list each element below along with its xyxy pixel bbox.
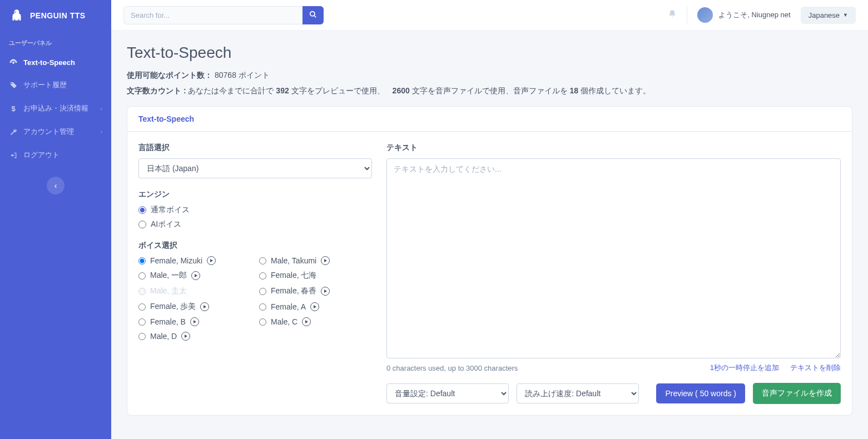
dollar-icon: $	[9, 104, 18, 113]
svg-point-0	[13, 62, 14, 63]
voice-label: ボイス選択	[138, 241, 372, 251]
char-count-line: 文字数カウント : あなたは今までに合計で 392 文字をプレビューで使用、 2…	[127, 86, 852, 96]
logo-text: PENGUIN TTS	[30, 11, 86, 20]
svg-line-2	[314, 15, 316, 17]
rate-select[interactable]: 読み上げ速度: Default	[517, 383, 639, 403]
voice-option-9[interactable]: Male, C	[259, 317, 372, 326]
voice-option-7[interactable]: Female, A	[259, 302, 372, 312]
card-body: 言語選択 日本語 (Japan) エンジン 通常ボイスAIボイス ボイス選択 F…	[127, 132, 852, 415]
sidebar-item-4[interactable]: ログアウト	[0, 143, 111, 167]
play-icon[interactable]	[190, 317, 199, 326]
main-area: ようこそ, Niugnep net Japanese ▼ Text-to-Spe…	[111, 0, 868, 439]
bell-icon[interactable]	[668, 9, 677, 21]
play-icon[interactable]	[321, 287, 330, 296]
welcome-text: ようこそ, Niugnep net	[718, 10, 790, 20]
play-icon[interactable]	[181, 332, 190, 341]
language-select[interactable]: 日本語 (Japan)	[138, 158, 372, 178]
textarea-info: 0 characters used, up to 3000 characters…	[386, 363, 841, 373]
tts-card: Text-to-Speech 言語選択 日本語 (Japan) エンジン 通常ボ…	[127, 106, 852, 416]
create-button[interactable]: 音声ファイルを作成	[753, 383, 841, 404]
text-input[interactable]	[386, 158, 841, 358]
sidebar-item-3[interactable]: アカウント管理›	[0, 120, 111, 143]
search-input[interactable]	[123, 6, 302, 24]
voice-option-0[interactable]: Female, Mizuki	[138, 256, 251, 265]
page-title: Text-to-Speech	[127, 44, 852, 62]
play-icon[interactable]	[200, 302, 209, 311]
chevron-right-icon: ›	[101, 129, 102, 135]
points-line: 使用可能なポイント数：80768 ポイント	[127, 71, 852, 81]
voice-option-3[interactable]: Female, 七海	[259, 271, 372, 281]
user-menu[interactable]: ようこそ, Niugnep net	[697, 7, 790, 23]
caret-down-icon: ▼	[843, 12, 848, 18]
voice-radio-1[interactable]	[259, 257, 266, 265]
voice-radio-8[interactable]	[138, 318, 146, 326]
topbar: ようこそ, Niugnep net Japanese ▼	[111, 0, 868, 31]
avatar	[697, 7, 713, 23]
voice-radio-6[interactable]	[138, 303, 146, 311]
engine-option-0[interactable]: 通常ボイス	[138, 205, 372, 215]
voice-option-8[interactable]: Female, B	[138, 317, 251, 326]
voice-radio-2[interactable]	[138, 272, 146, 280]
add-pause-link[interactable]: 1秒の一時停止を追加	[710, 363, 779, 373]
preview-button[interactable]: Preview ( 50 words )	[656, 383, 745, 403]
language-select-label: 言語選択	[138, 143, 372, 153]
broadcast-icon	[9, 59, 18, 67]
divider	[687, 7, 687, 23]
voice-option-1[interactable]: Male, Takumi	[259, 256, 372, 265]
text-label: テキスト	[386, 143, 841, 153]
sidebar: PENGUIN TTS ユーザーパネル Text-to-Speechサポート履歴…	[0, 0, 111, 439]
voice-radio-0[interactable]	[138, 257, 146, 265]
clear-text-link[interactable]: テキストを削除	[790, 363, 841, 373]
volume-select[interactable]: 音量設定: Default	[386, 383, 509, 403]
voice-option-5[interactable]: Female, 春香	[259, 286, 372, 296]
chevron-right-icon: ›	[101, 106, 102, 112]
play-icon[interactable]	[321, 256, 330, 265]
engine-radio-0[interactable]	[138, 206, 146, 214]
voice-radio-5[interactable]	[259, 288, 266, 295]
search-button[interactable]	[302, 6, 324, 24]
left-column: 言語選択 日本語 (Japan) エンジン 通常ボイスAIボイス ボイス選択 F…	[138, 143, 372, 404]
card-header: Text-to-Speech	[127, 107, 852, 132]
play-icon[interactable]	[302, 317, 311, 326]
voice-radio-7[interactable]	[259, 303, 266, 311]
play-icon[interactable]	[207, 256, 216, 265]
sidebar-item-1[interactable]: サポート履歴	[0, 73, 111, 97]
voice-option-6[interactable]: Female, 歩美	[138, 302, 251, 312]
char-used-text: 0 characters used, up to 3000 characters	[386, 364, 518, 372]
svg-point-1	[310, 11, 315, 16]
voice-option-4: Male, 圭太	[138, 286, 251, 296]
voice-option-2[interactable]: Male, 一郎	[138, 271, 251, 281]
tag-icon	[9, 82, 18, 89]
wrench-icon	[9, 128, 18, 136]
voice-option-10[interactable]: Male, D	[138, 332, 251, 341]
voice-radio-9[interactable]	[259, 318, 266, 326]
play-icon[interactable]	[191, 271, 200, 280]
topbar-right: ようこそ, Niugnep net Japanese ▼	[668, 7, 856, 24]
engine-option-1[interactable]: AIボイス	[138, 219, 372, 230]
search-icon	[309, 11, 317, 20]
chevron-left-icon: ‹	[54, 181, 57, 190]
right-column: テキスト 0 characters used, up to 3000 chara…	[386, 143, 841, 404]
sidebar-item-0[interactable]: Text-to-Speech	[0, 52, 111, 73]
sidebar-item-2[interactable]: $お申込み・決済情報›	[0, 97, 111, 120]
controls-row: 音量設定: Default 読み上げ速度: Default Preview ( …	[386, 383, 841, 404]
voice-radio-10[interactable]	[138, 333, 146, 340]
panel-label: ユーザーパネル	[0, 31, 111, 52]
sidebar-collapse-button[interactable]: ‹	[47, 177, 65, 194]
play-icon[interactable]	[310, 302, 319, 311]
voice-radio-4	[138, 288, 146, 295]
logout-icon	[9, 152, 18, 159]
page-content: Text-to-Speech 使用可能なポイント数：80768 ポイント 文字数…	[111, 31, 868, 429]
logo-area[interactable]: PENGUIN TTS	[0, 0, 111, 31]
search-wrap	[123, 6, 324, 24]
penguin-logo-icon	[9, 8, 24, 23]
engine-label: エンジン	[138, 189, 372, 199]
voice-radio-3[interactable]	[259, 272, 266, 280]
language-selector[interactable]: Japanese ▼	[801, 7, 856, 24]
engine-radio-1[interactable]	[138, 221, 146, 228]
